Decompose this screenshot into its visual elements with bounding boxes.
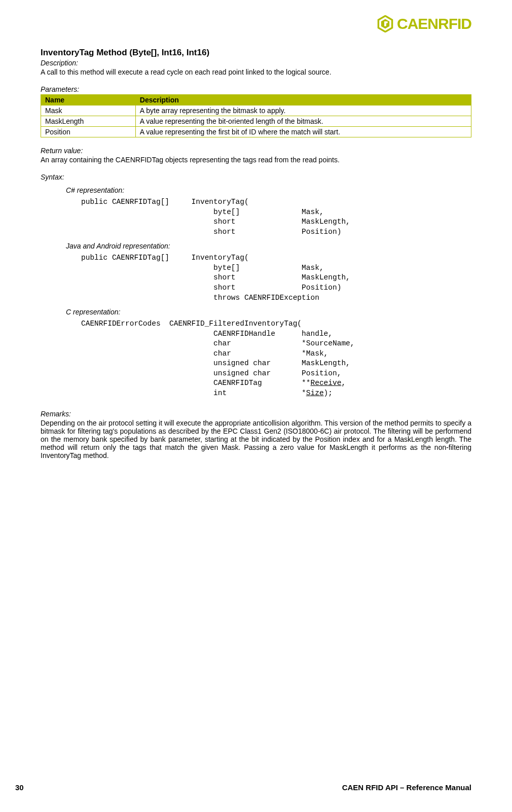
method-title: InventoryTag Method (Byte[], Int16, Int1…	[41, 48, 471, 58]
description-label: Description:	[41, 59, 471, 67]
c-label: C representation:	[66, 308, 471, 316]
param-desc: A byte array representing the bitmask to…	[135, 105, 471, 116]
c-code: CAENRFIDErrorCodes CAENRFID_FilteredInve…	[81, 319, 471, 399]
page-number: 30	[15, 783, 24, 792]
java-code: public CAENRFIDTag[] InventoryTag( byte[…	[81, 253, 471, 303]
table-row: Position A value representing the first …	[41, 127, 471, 137]
syntax-label: Syntax:	[41, 173, 471, 181]
param-name: Position	[41, 127, 136, 137]
table-row: Mask A byte array representing the bitma…	[41, 105, 471, 116]
remarks-text: Depending on the air protocol setting it…	[41, 419, 471, 460]
param-desc: A value representing the first bit of ID…	[135, 127, 471, 137]
table-row: MaskLength A value representing the bit-…	[41, 116, 471, 127]
brand-logo: CAENRFID	[377, 15, 471, 32]
java-label: Java and Android representation:	[66, 242, 471, 250]
parameters-label: Parameters:	[41, 85, 471, 93]
page-footer: 30 CAEN RFID API – Reference Manual	[0, 783, 471, 792]
svg-rect-3	[384, 21, 388, 23]
param-name: MaskLength	[41, 116, 136, 127]
csharp-label: C# representation:	[66, 186, 471, 194]
hexagon-icon	[377, 15, 394, 32]
param-desc: A value representing the bit-oriented le…	[135, 116, 471, 127]
description-text: A call to this method will execute a rea…	[41, 68, 471, 76]
table-header-row: Name Description	[41, 95, 471, 105]
parameters-table: Name Description Mask A byte array repre…	[41, 94, 471, 137]
col-desc: Description	[135, 95, 471, 105]
csharp-code: public CAENRFIDTag[] InventoryTag( byte[…	[81, 197, 471, 237]
header-row: CAENRFID	[41, 15, 471, 32]
footer-title: CAEN RFID API – Reference Manual	[342, 783, 471, 792]
col-name: Name	[41, 95, 136, 105]
return-text: An array containing the CAENRFIDTag obje…	[41, 156, 471, 164]
remarks-label: Remarks:	[41, 410, 471, 418]
page: CAENRFID InventoryTag Method (Byte[], In…	[0, 0, 512, 812]
return-label: Return value:	[41, 147, 471, 155]
param-name: Mask	[41, 105, 136, 116]
brand-text: CAENRFID	[397, 15, 471, 32]
